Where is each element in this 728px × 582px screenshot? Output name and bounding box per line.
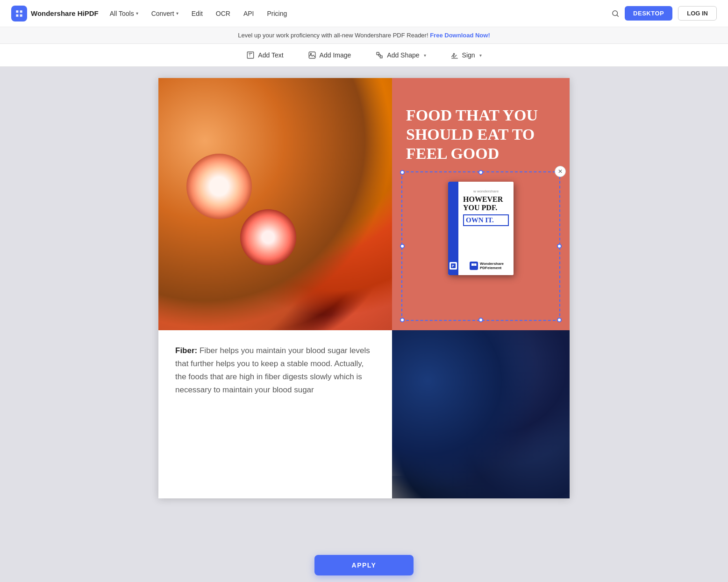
svg-point-25 <box>394 395 410 411</box>
product-book: P w wondershare HOWEVERYOU PDF. OWN IT. <box>448 182 514 275</box>
desktop-button[interactable]: DESKTOP <box>625 6 672 21</box>
spine-logo: P <box>450 262 457 270</box>
fiber-body: Fiber helps you maintain your blood suga… <box>175 346 370 394</box>
svg-rect-15 <box>481 364 570 476</box>
apply-button[interactable]: APPLY <box>314 555 414 575</box>
selection-handle-bm[interactable] <box>478 318 483 322</box>
svg-point-0 <box>613 11 618 16</box>
svg-text:T: T <box>249 53 251 57</box>
book-spine: P <box>448 182 458 275</box>
svg-point-35 <box>532 387 547 402</box>
chevron-down-icon: ▾ <box>136 11 138 16</box>
book-subtitle-box: OWN IT. <box>463 214 509 226</box>
nav-api[interactable]: API <box>238 7 260 20</box>
book-bottom: WondersharePDFelement <box>470 262 510 270</box>
toolbar: T Add Text Add Image Add Shape ▾ Sign ▾ <box>0 44 728 67</box>
pdf-bottom-section: Fiber: Fiber helps you maintain your blo… <box>158 330 570 498</box>
text-icon: T <box>246 51 255 59</box>
blueberry-section <box>392 330 570 498</box>
add-text-button[interactable]: T Add Text <box>242 49 288 62</box>
svg-point-32 <box>543 365 558 379</box>
selection-handle-tm[interactable] <box>478 170 483 175</box>
svg-point-20 <box>400 373 415 388</box>
svg-point-31 <box>523 369 540 386</box>
book-brand-text: WondersharePDFelement <box>480 262 504 270</box>
fruit-background <box>158 78 392 330</box>
book-logo-text: w wondershare <box>463 189 509 193</box>
logo-text: Wondershare HiPDF <box>31 9 99 17</box>
svg-point-30 <box>504 363 520 379</box>
svg-point-24 <box>435 375 449 389</box>
nav-convert[interactable]: Convert ▾ <box>146 7 184 20</box>
logo[interactable]: Wondershare HiPDF <box>11 6 99 21</box>
book-content: w wondershare HOWEVERYOU PDF. OWN IT. <box>458 182 514 275</box>
selection-handle-mr[interactable] <box>557 244 562 248</box>
svg-point-19 <box>392 383 394 390</box>
blueberry-image <box>392 330 570 498</box>
search-icon[interactable] <box>608 6 623 21</box>
nav-edit[interactable]: Edit <box>186 7 208 20</box>
svg-point-21 <box>402 375 414 386</box>
selection-handle-tl[interactable] <box>400 170 405 175</box>
chevron-down-icon: ▾ <box>424 53 426 58</box>
salmon-panel: FOOD THAT YOU SHOULD EAT TO FEEL GOOD ✕ <box>392 78 570 330</box>
fruit-image <box>158 78 392 330</box>
svg-point-18 <box>392 380 397 392</box>
nav-all-tools[interactable]: All Tools ▾ <box>104 7 144 20</box>
pdf-page: FOOD THAT YOU SHOULD EAT TO FEEL GOOD ✕ <box>158 78 570 498</box>
promo-banner: Level up your work proficiency with all-… <box>0 27 728 44</box>
selection-handle-br[interactable] <box>557 318 562 322</box>
book-brand-icon <box>470 262 478 270</box>
book-own-it: OWN IT. <box>466 216 506 224</box>
shape-icon <box>375 51 384 59</box>
nav-ocr[interactable]: OCR <box>210 7 236 20</box>
close-button[interactable]: ✕ <box>555 166 566 177</box>
selection-handle-ml[interactable] <box>400 244 405 248</box>
add-shape-button[interactable]: Add Shape ▾ <box>371 49 430 62</box>
svg-point-33 <box>495 384 511 400</box>
pdf-top-section: FOOD THAT YOU SHOULD EAT TO FEEL GOOD ✕ <box>158 78 570 330</box>
svg-point-26 <box>412 389 426 404</box>
promo-cta-link[interactable]: Free Download Now! <box>430 32 490 39</box>
svg-rect-13 <box>474 263 477 266</box>
sign-icon <box>450 51 459 59</box>
svg-point-29 <box>483 366 501 384</box>
login-button[interactable]: LOG IN <box>678 6 717 21</box>
svg-point-28 <box>446 385 460 399</box>
svg-text:P: P <box>452 264 454 268</box>
svg-point-34 <box>512 378 528 395</box>
nav-pricing[interactable]: Pricing <box>262 7 293 20</box>
fiber-text-section: Fiber: Fiber helps you maintain your blo… <box>158 330 392 498</box>
svg-point-36 <box>549 381 564 397</box>
chevron-down-icon: ▾ <box>176 11 178 16</box>
chevron-down-icon: ▾ <box>479 53 482 58</box>
add-image-button[interactable]: Add Image <box>303 49 356 62</box>
fiber-paragraph: Fiber: Fiber helps you maintain your blo… <box>175 344 373 397</box>
svg-rect-5 <box>309 52 315 58</box>
fiber-label: Fiber: <box>175 346 197 355</box>
shape-selection-box[interactable]: ✕ P <box>401 171 560 321</box>
image-icon <box>308 51 316 59</box>
navbar: Wondershare HiPDF All Tools ▾ Convert ▾ … <box>0 0 728 27</box>
svg-point-23 <box>419 383 431 395</box>
svg-line-1 <box>617 15 618 16</box>
svg-point-6 <box>310 53 311 54</box>
main-area: FOOD THAT YOU SHOULD EAT TO FEEL GOOD ✕ <box>0 67 728 582</box>
selection-handle-bl[interactable] <box>400 318 405 322</box>
svg-rect-16 <box>392 420 442 498</box>
svg-rect-12 <box>471 263 474 266</box>
book-however: HOWEVERYOU PDF. <box>463 195 509 212</box>
logo-icon <box>11 6 27 21</box>
svg-point-22 <box>416 381 433 397</box>
headline-text: FOOD THAT YOU SHOULD EAT TO FEEL GOOD <box>406 106 556 163</box>
svg-point-27 <box>428 398 444 414</box>
sign-button[interactable]: Sign ▾ <box>446 49 486 62</box>
svg-point-17 <box>392 378 399 394</box>
svg-rect-14 <box>392 375 470 476</box>
